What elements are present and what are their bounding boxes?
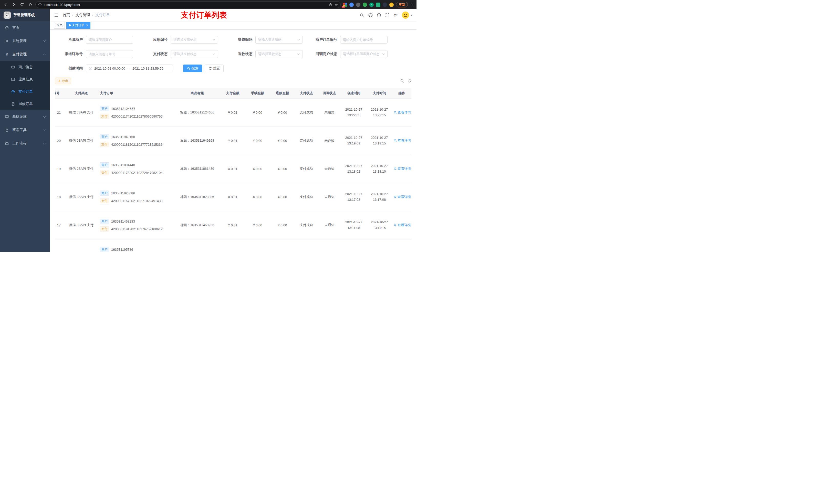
channel-code-select[interactable]: 请输入渠道编码: [255, 36, 303, 44]
pay-status-select[interactable]: 请选择支付状态: [171, 50, 218, 58]
extension-icon[interactable]: [389, 3, 394, 7]
sidebar-item-dev-tools[interactable]: 研发工具: [0, 123, 50, 137]
help-icon[interactable]: ?: [377, 13, 381, 18]
view-detail-link[interactable]: 查看详情: [394, 195, 411, 199]
sidebar-item-system[interactable]: 系统管理: [0, 34, 50, 48]
merchant-input[interactable]: [86, 36, 133, 44]
search-icon[interactable]: [360, 13, 364, 18]
cell-refund: ¥ 0.00: [270, 155, 295, 183]
back-icon[interactable]: [3, 2, 9, 8]
reset-button[interactable]: 重置: [205, 65, 223, 72]
tab-label: 首页: [56, 23, 63, 27]
page: localhost:1024/pay/order ☆ 10 ✓ 更新 ⋮: [0, 0, 416, 252]
address-bar[interactable]: localhost:1024/pay/order ☆: [35, 1, 341, 8]
app-title: 芋道管理系统: [13, 13, 35, 18]
cell-order: 商户1635311949168 支付4200001181202110277723…: [97, 126, 174, 155]
sidebar-item-home[interactable]: 首页: [0, 21, 50, 34]
cell-amount: ¥ 0.01: [220, 183, 245, 211]
table-header-row: 编号 支付渠道 支付订单 商品标题 支付金额 手续金额 退款金额 支付状态 回调…: [55, 88, 411, 98]
orders-table: 编号 支付渠道 支付订单 商品标题 支付金额 手续金额 退款金额 支付状态 回调…: [55, 88, 411, 252]
extension-icon[interactable]: [349, 3, 354, 7]
sidebar-item-infrastructure[interactable]: 基础设施: [0, 110, 50, 123]
extension-icon[interactable]: 10: [343, 3, 347, 7]
browser-toolbar: localhost:1024/pay/order ☆ 10 ✓ 更新 ⋮: [0, 0, 416, 9]
cell-pay-time: 2021-10-2713:11:15: [366, 211, 392, 239]
filter-label: 商户订单编号: [309, 38, 340, 42]
site-info-icon[interactable]: [38, 3, 42, 6]
pay-tag: 支付: [100, 198, 109, 203]
cell-actions: 查看详情: [392, 126, 411, 155]
view-detail-link[interactable]: 查看详情: [394, 138, 411, 143]
cell-channel: 微信 JSAPI 支付: [65, 155, 97, 183]
refund-status-select[interactable]: 请选择退款状态: [255, 50, 303, 58]
sidebar-item-label: 研发工具: [12, 128, 27, 133]
date-range-picker[interactable]: 2021-10-01 00:00:00 - 2021-10-31 23:59:5…: [86, 65, 173, 72]
browser-update-button[interactable]: 更新: [396, 2, 408, 7]
breadcrumb-pay-management[interactable]: 支付管理: [76, 13, 90, 18]
briefcase-icon: [5, 141, 9, 145]
github-icon[interactable]: [368, 13, 373, 18]
cell-channel: 微信 JSAPI 支付: [65, 126, 97, 155]
sidebar-item-workflow[interactable]: 工作流程: [0, 137, 50, 150]
font-size-icon[interactable]: TT: [394, 13, 398, 18]
extension-icon[interactable]: ✓: [370, 3, 374, 7]
sidebar-item-label: 工作流程: [12, 141, 27, 146]
cell-order: 商户1635311881440 支付4200001173202110272847…: [97, 155, 174, 183]
extension-badge: 10: [342, 6, 345, 8]
sidebar-item-pay-order[interactable]: 支付订单: [0, 86, 50, 98]
browser-menu-icon[interactable]: ⋮: [410, 3, 414, 7]
filter-merchant: 所属商户: [55, 36, 133, 44]
view-detail-link[interactable]: 查看详情: [394, 223, 411, 227]
content: 所属商户 应用编号 请选择应用信息 渠道编码 请输入渠道编码: [50, 30, 416, 252]
document-icon: [11, 102, 15, 106]
breadcrumb-home[interactable]: 首页: [63, 13, 70, 18]
dashboard-icon: [5, 26, 9, 30]
col-create-time: 创建时间: [341, 88, 366, 98]
home-icon[interactable]: [27, 2, 33, 8]
forward-icon[interactable]: [11, 2, 17, 8]
bookmark-star-icon[interactable]: ☆: [335, 3, 338, 7]
table-toolbar: 导出: [55, 77, 411, 85]
filter-row-3: 创建时间 2021-10-01 00:00:00 - 2021-10-31 23…: [55, 65, 411, 72]
sidebar-item-label: 应用信息: [19, 77, 33, 82]
sidebar-item-app-info[interactable]: 应用信息: [0, 73, 50, 86]
chevron-down-icon: [213, 53, 215, 55]
refresh-icon[interactable]: [407, 79, 411, 83]
cell-channel: 微信 JSAPI 支付: [65, 98, 97, 126]
cell-fee: ¥ 0.00: [245, 211, 270, 239]
col-channel: 支付渠道: [65, 88, 97, 98]
app-select[interactable]: 请选择应用信息: [171, 36, 218, 44]
sidebar-item-merchant-info[interactable]: 商户信息: [0, 61, 50, 73]
sidebar-item-label: 支付订单: [19, 89, 33, 94]
extension-icon[interactable]: [356, 3, 360, 7]
extension-icon[interactable]: [363, 3, 367, 7]
hamburger-icon[interactable]: [54, 13, 59, 18]
view-detail-link[interactable]: 查看详情: [394, 110, 411, 115]
sidebar-item-refund-order[interactable]: 退款订单: [0, 98, 50, 110]
view-detail-link[interactable]: 查看详情: [394, 166, 411, 171]
merchant-order-no-input[interactable]: [340, 36, 387, 44]
cell-notify: 未通知: [318, 183, 341, 211]
export-button[interactable]: 导出: [55, 78, 71, 84]
extension-icon[interactable]: [383, 3, 387, 7]
channel-order-no-input[interactable]: [86, 50, 133, 58]
cell-refund: ¥ 0.00: [270, 98, 295, 126]
share-icon[interactable]: [329, 3, 332, 6]
user-menu[interactable]: ▾: [402, 11, 412, 19]
search-button[interactable]: 搜索: [183, 65, 202, 72]
col-notify: 回调状态: [318, 88, 341, 98]
url-text[interactable]: localhost:1024/pay/order: [44, 3, 327, 7]
toggle-search-icon[interactable]: [400, 79, 404, 83]
cell-create-time: 2021-10-2713:18:02: [341, 155, 366, 183]
merchant-tag: 商户: [100, 219, 109, 224]
reload-icon[interactable]: [19, 2, 25, 8]
tab-pay-order[interactable]: 支付订单: [66, 22, 90, 29]
fullscreen-icon[interactable]: [385, 13, 389, 18]
extension-icon[interactable]: [376, 3, 380, 7]
merchant-order-no: 1635312124657: [111, 107, 135, 111]
close-icon[interactable]: [86, 24, 88, 26]
sidebar-item-label: 支付管理: [12, 52, 27, 56]
notify-status-select[interactable]: 请选择订单回调商户状态: [340, 50, 387, 58]
sidebar-item-pay-management[interactable]: ¥ 支付管理: [0, 48, 50, 61]
tab-home[interactable]: 首页: [54, 22, 65, 29]
